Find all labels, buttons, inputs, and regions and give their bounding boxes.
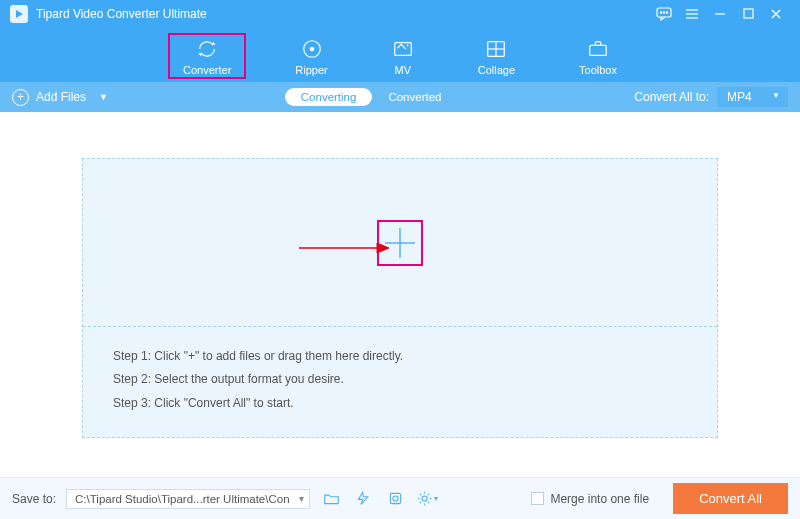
annotation-arrow	[299, 241, 389, 259]
instruction-steps: Step 1: Click "+" to add files or drag t…	[83, 327, 717, 433]
dropzone-upper	[83, 159, 717, 326]
tab-mv[interactable]: MV	[378, 34, 428, 78]
footer-bar: Save to: ▾ Merge into one file Convert A…	[0, 477, 800, 519]
tab-ripper-label: Ripper	[295, 64, 327, 76]
convert-all-to-label: Convert All to:	[634, 90, 709, 104]
svg-rect-21	[590, 45, 607, 55]
tab-converter[interactable]: Converter	[169, 34, 245, 78]
tab-collage-label: Collage	[478, 64, 515, 76]
tab-collage[interactable]: Collage	[464, 34, 529, 78]
maximize-icon[interactable]	[734, 4, 762, 24]
gpu-icon[interactable]	[384, 489, 406, 509]
svg-point-15	[309, 47, 314, 52]
titlebar: Tipard Video Converter Ultimate	[0, 0, 800, 27]
tab-toolbox-label: Toolbox	[579, 64, 617, 76]
open-folder-icon[interactable]	[320, 489, 342, 509]
save-to-label: Save to:	[12, 492, 56, 506]
settings-icon[interactable]: ▾	[416, 489, 438, 509]
speed-icon[interactable]	[352, 489, 374, 509]
app-logo-icon	[10, 5, 28, 23]
merge-checkbox[interactable]: Merge into one file	[531, 492, 649, 506]
convert-all-to-group: Convert All to: MP4	[634, 87, 788, 107]
svg-rect-27	[390, 493, 400, 503]
save-path-input[interactable]	[66, 489, 310, 509]
step-2: Step 2: Select the output format you des…	[113, 368, 687, 391]
chevron-down-icon: ▾	[434, 494, 438, 503]
convert-all-button[interactable]: Convert All	[673, 483, 788, 514]
svg-point-28	[392, 496, 397, 501]
checkbox-box-icon	[531, 492, 544, 505]
minimize-icon[interactable]	[706, 4, 734, 24]
close-icon[interactable]	[762, 4, 790, 24]
tab-ripper[interactable]: Ripper	[281, 34, 341, 78]
add-files-button[interactable]: + Add Files ▼	[12, 89, 108, 106]
output-format-select[interactable]: MP4	[717, 87, 788, 107]
tab-converter-label: Converter	[183, 64, 231, 76]
svg-rect-9	[744, 9, 753, 18]
main-content: Step 1: Click "+" to add files or drag t…	[0, 112, 800, 477]
plus-circle-icon: +	[12, 89, 29, 106]
tab-toolbox[interactable]: Toolbox	[565, 34, 631, 78]
svg-point-29	[422, 496, 427, 501]
step-3: Step 3: Click "Convert All" to start.	[113, 392, 687, 415]
svg-point-2	[660, 11, 661, 12]
add-files-label: Add Files	[36, 90, 86, 104]
svg-point-4	[666, 11, 667, 12]
main-nav: Converter Ripper MV Collage Toolbox	[0, 27, 800, 82]
chevron-down-icon: ▼	[99, 92, 108, 102]
svg-rect-16	[394, 43, 411, 56]
merge-label: Merge into one file	[550, 492, 649, 506]
svg-point-17	[406, 44, 408, 46]
dropzone[interactable]: Step 1: Click "+" to add files or drag t…	[82, 158, 718, 438]
svg-marker-23	[377, 243, 389, 253]
status-tabs: Converting Converted	[285, 88, 458, 106]
svg-marker-0	[16, 10, 23, 18]
feedback-icon[interactable]	[650, 4, 678, 24]
step-1: Step 1: Click "+" to add files or drag t…	[113, 345, 687, 368]
svg-marker-26	[358, 493, 367, 505]
tab-converted[interactable]: Converted	[372, 88, 457, 106]
window-title: Tipard Video Converter Ultimate	[36, 7, 650, 21]
tab-converting[interactable]: Converting	[285, 88, 373, 106]
sub-toolbar: + Add Files ▼ Converting Converted Conve…	[0, 82, 800, 112]
tab-mv-label: MV	[394, 64, 411, 76]
svg-point-3	[663, 11, 664, 12]
menu-icon[interactable]	[678, 4, 706, 24]
